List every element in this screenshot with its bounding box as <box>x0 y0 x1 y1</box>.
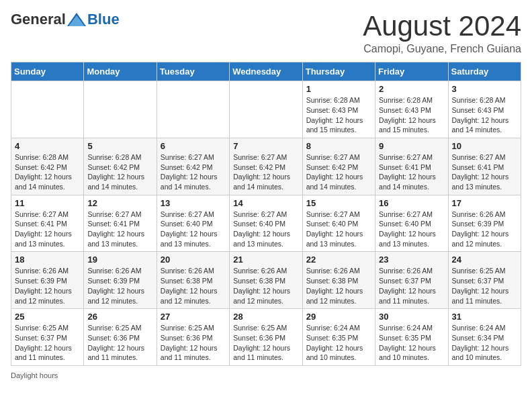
day-info: Sunrise: 6:26 AMSunset: 6:38 PMDaylight:… <box>233 266 298 306</box>
calendar-cell: 5Sunrise: 6:28 AMSunset: 6:42 PMDaylight… <box>84 138 157 195</box>
calendar-cell: 7Sunrise: 6:27 AMSunset: 6:42 PMDaylight… <box>230 138 302 195</box>
day-number: 16 <box>379 198 444 208</box>
calendar-cell: 24Sunrise: 6:25 AMSunset: 6:37 PMDayligh… <box>448 252 521 309</box>
calendar-cell: 13Sunrise: 6:27 AMSunset: 6:40 PMDayligh… <box>157 195 229 252</box>
day-number: 4 <box>15 141 80 151</box>
day-number: 14 <box>233 198 298 208</box>
day-number: 9 <box>379 141 444 151</box>
day-number: 23 <box>379 255 444 265</box>
day-number: 10 <box>452 141 517 151</box>
calendar-cell <box>11 81 84 138</box>
day-number: 6 <box>161 141 226 151</box>
calendar-cell: 23Sunrise: 6:26 AMSunset: 6:37 PMDayligh… <box>375 252 448 309</box>
calendar-week-row: 18Sunrise: 6:26 AMSunset: 6:39 PMDayligh… <box>11 252 521 309</box>
day-number: 30 <box>379 312 444 322</box>
calendar-day-header: Monday <box>84 62 157 81</box>
day-number: 19 <box>87 255 152 265</box>
calendar-day-header: Saturday <box>448 62 521 81</box>
calendar-cell: 14Sunrise: 6:27 AMSunset: 6:40 PMDayligh… <box>230 195 302 252</box>
day-info: Sunrise: 6:25 AMSunset: 6:36 PMDaylight:… <box>233 323 298 363</box>
logo-general-text: General <box>11 11 66 28</box>
day-number: 1 <box>306 84 371 94</box>
calendar-day-header: Thursday <box>302 62 375 81</box>
calendar-cell: 28Sunrise: 6:25 AMSunset: 6:36 PMDayligh… <box>230 309 302 366</box>
calendar-cell: 3Sunrise: 6:28 AMSunset: 6:43 PMDaylight… <box>448 81 521 138</box>
calendar-week-row: 25Sunrise: 6:25 AMSunset: 6:37 PMDayligh… <box>11 309 521 366</box>
calendar-cell <box>84 81 157 138</box>
day-info: Sunrise: 6:27 AMSunset: 6:40 PMDaylight:… <box>306 210 371 249</box>
day-number: 27 <box>161 312 226 322</box>
calendar-week-row: 4Sunrise: 6:28 AMSunset: 6:42 PMDaylight… <box>11 138 521 195</box>
day-number: 22 <box>306 255 371 265</box>
day-info: Sunrise: 6:27 AMSunset: 6:41 PMDaylight:… <box>452 152 517 192</box>
logo-blue-text: Blue <box>87 11 120 28</box>
day-info: Sunrise: 6:27 AMSunset: 6:42 PMDaylight:… <box>161 152 226 192</box>
day-info: Sunrise: 6:25 AMSunset: 6:36 PMDaylight:… <box>87 323 152 363</box>
calendar-cell: 4Sunrise: 6:28 AMSunset: 6:42 PMDaylight… <box>11 138 84 195</box>
day-number: 21 <box>233 255 298 265</box>
calendar-cell: 11Sunrise: 6:27 AMSunset: 6:41 PMDayligh… <box>11 195 84 252</box>
calendar-cell: 20Sunrise: 6:26 AMSunset: 6:38 PMDayligh… <box>157 252 229 309</box>
day-info: Sunrise: 6:27 AMSunset: 6:42 PMDaylight:… <box>233 152 298 192</box>
calendar-week-row: 11Sunrise: 6:27 AMSunset: 6:41 PMDayligh… <box>11 195 521 252</box>
day-info: Sunrise: 6:28 AMSunset: 6:42 PMDaylight:… <box>87 152 152 192</box>
day-number: 31 <box>452 312 517 322</box>
calendar-cell <box>230 81 302 138</box>
calendar-cell: 18Sunrise: 6:26 AMSunset: 6:39 PMDayligh… <box>11 252 84 309</box>
day-number: 11 <box>15 198 80 208</box>
page-header: General Blue August 2024 Camopi, Guyane,… <box>11 11 521 55</box>
day-number: 2 <box>379 84 444 94</box>
logo: General Blue <box>11 11 120 28</box>
day-info: Sunrise: 6:27 AMSunset: 6:40 PMDaylight:… <box>161 210 226 249</box>
calendar-cell: 1Sunrise: 6:28 AMSunset: 6:43 PMDaylight… <box>302 81 375 138</box>
day-number: 20 <box>161 255 226 265</box>
day-number: 28 <box>233 312 298 322</box>
day-info: Sunrise: 6:27 AMSunset: 6:41 PMDaylight:… <box>87 210 152 249</box>
day-number: 18 <box>15 255 80 265</box>
day-info: Sunrise: 6:28 AMSunset: 6:42 PMDaylight:… <box>15 152 80 192</box>
day-info: Sunrise: 6:24 AMSunset: 6:35 PMDaylight:… <box>306 323 371 363</box>
calendar-cell: 10Sunrise: 6:27 AMSunset: 6:41 PMDayligh… <box>448 138 521 195</box>
calendar-cell <box>157 81 229 138</box>
calendar-day-header: Wednesday <box>230 62 302 81</box>
calendar-cell: 19Sunrise: 6:26 AMSunset: 6:39 PMDayligh… <box>84 252 157 309</box>
day-info: Sunrise: 6:26 AMSunset: 6:39 PMDaylight:… <box>452 210 517 249</box>
calendar-cell: 16Sunrise: 6:27 AMSunset: 6:40 PMDayligh… <box>375 195 448 252</box>
svg-marker-1 <box>69 15 85 26</box>
day-info: Sunrise: 6:26 AMSunset: 6:38 PMDaylight:… <box>306 266 371 306</box>
day-number: 24 <box>452 255 517 265</box>
calendar-day-header: Friday <box>375 62 448 81</box>
day-info: Sunrise: 6:26 AMSunset: 6:37 PMDaylight:… <box>379 266 444 306</box>
day-info: Sunrise: 6:25 AMSunset: 6:37 PMDaylight:… <box>452 266 517 306</box>
calendar-cell: 30Sunrise: 6:24 AMSunset: 6:35 PMDayligh… <box>375 309 448 366</box>
day-info: Sunrise: 6:27 AMSunset: 6:40 PMDaylight:… <box>379 210 444 249</box>
day-info: Sunrise: 6:26 AMSunset: 6:39 PMDaylight:… <box>15 266 80 306</box>
day-info: Sunrise: 6:28 AMSunset: 6:43 PMDaylight:… <box>452 95 517 135</box>
calendar-cell: 25Sunrise: 6:25 AMSunset: 6:37 PMDayligh… <box>11 309 84 366</box>
location-subtitle: Camopi, Guyane, French Guiana <box>363 43 521 55</box>
month-title: August 2024 <box>363 11 521 42</box>
day-number: 29 <box>306 312 371 322</box>
day-number: 25 <box>15 312 80 322</box>
day-info: Sunrise: 6:24 AMSunset: 6:35 PMDaylight:… <box>379 323 444 363</box>
calendar-cell: 15Sunrise: 6:27 AMSunset: 6:40 PMDayligh… <box>302 195 375 252</box>
calendar-cell: 27Sunrise: 6:25 AMSunset: 6:36 PMDayligh… <box>157 309 229 366</box>
day-number: 13 <box>161 198 226 208</box>
day-info: Sunrise: 6:25 AMSunset: 6:36 PMDaylight:… <box>161 323 226 363</box>
calendar-cell: 12Sunrise: 6:27 AMSunset: 6:41 PMDayligh… <box>84 195 157 252</box>
calendar-day-header: Tuesday <box>157 62 229 81</box>
calendar-cell: 8Sunrise: 6:27 AMSunset: 6:42 PMDaylight… <box>302 138 375 195</box>
daylight-label: Daylight hours <box>11 371 58 379</box>
calendar-day-header: Sunday <box>11 62 84 81</box>
day-number: 15 <box>306 198 371 208</box>
calendar-table: SundayMondayTuesdayWednesdayThursdayFrid… <box>11 62 521 366</box>
day-number: 3 <box>452 84 517 94</box>
day-info: Sunrise: 6:28 AMSunset: 6:43 PMDaylight:… <box>379 95 444 135</box>
calendar-week-row: 1Sunrise: 6:28 AMSunset: 6:43 PMDaylight… <box>11 81 521 138</box>
day-info: Sunrise: 6:26 AMSunset: 6:38 PMDaylight:… <box>161 266 226 306</box>
logo-icon <box>67 13 86 26</box>
calendar-cell: 9Sunrise: 6:27 AMSunset: 6:41 PMDaylight… <box>375 138 448 195</box>
calendar-cell: 6Sunrise: 6:27 AMSunset: 6:42 PMDaylight… <box>157 138 229 195</box>
calendar-cell: 2Sunrise: 6:28 AMSunset: 6:43 PMDaylight… <box>375 81 448 138</box>
day-info: Sunrise: 6:26 AMSunset: 6:39 PMDaylight:… <box>87 266 152 306</box>
